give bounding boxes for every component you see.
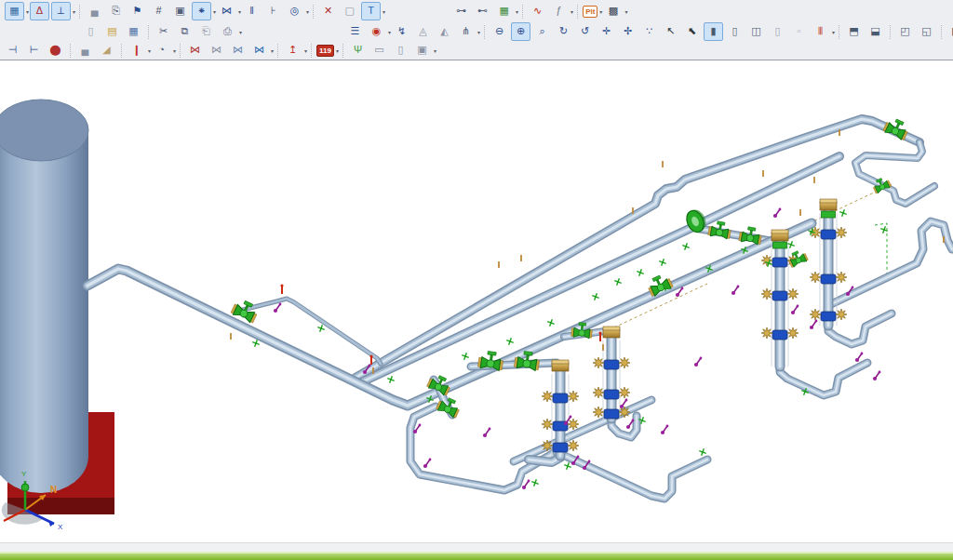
- folder-open-icon[interactable]: ▤: [102, 22, 122, 41]
- iso-view-ne-icon[interactable]: ◱: [917, 22, 936, 41]
- zoom-window-icon[interactable]: ⌕: [532, 22, 552, 41]
- input-list-icon[interactable]: ☰: [345, 22, 365, 41]
- restraint-bed-icon[interactable]: ▄: [85, 2, 104, 20]
- render-image-icon-dropdown[interactable]: ▾: [624, 8, 627, 15]
- edit-copy-icon[interactable]: ⧉: [175, 22, 195, 41]
- print-icon-dropdown[interactable]: ▾: [239, 29, 242, 35]
- anchor-node-icon[interactable]: ⟂: [51, 2, 71, 20]
- select-cursor-icon[interactable]: ↖: [661, 22, 680, 41]
- valve-blue-icon-dropdown[interactable]: ▾: [271, 47, 274, 54]
- file-new-icon[interactable]: ▯: [81, 22, 101, 41]
- display-mode-icon[interactable]: ▦: [5, 2, 24, 20]
- bolted-flange-star: [568, 419, 579, 430]
- view-solid-icon[interactable]: ▮: [704, 22, 723, 41]
- edit-cut-icon[interactable]: ✂: [154, 22, 173, 41]
- spin-view-icon[interactable]: ↺: [575, 22, 595, 41]
- valve-node-icon-dropdown[interactable]: ▾: [238, 8, 241, 15]
- print-icon[interactable]: ⎙: [218, 22, 237, 41]
- insert-weld-icon[interactable]: ✕: [318, 2, 338, 20]
- valve-blue-icon[interactable]: ⋈: [249, 41, 269, 60]
- shade-smooth-icon[interactable]: ◭: [435, 22, 454, 41]
- insert-box-icon[interactable]: ▢: [340, 2, 359, 20]
- node-star-icon[interactable]: ⁕: [192, 2, 211, 20]
- display-mode-icon-dropdown[interactable]: ▾: [26, 8, 29, 15]
- record-icon-dropdown[interactable]: ▾: [388, 29, 391, 35]
- frame-check-icon-dropdown[interactable]: ▾: [434, 47, 436, 54]
- iso-view-sw-icon[interactable]: ⬒: [844, 22, 864, 41]
- pressure-gauge-icon[interactable]: ◔: [152, 41, 171, 60]
- flow-arrow-icon[interactable]: ↥: [283, 41, 302, 60]
- flag-node-icon[interactable]: ⚑: [128, 2, 147, 20]
- valve-red-icon[interactable]: ⋈: [185, 41, 205, 60]
- node-oval-right-icon[interactable]: ⊶: [451, 2, 471, 20]
- node-oval-left-icon[interactable]: ⊷: [473, 2, 492, 20]
- shade-solid-icon[interactable]: ◬: [413, 22, 433, 41]
- tools-wrench-icon-dropdown[interactable]: ▾: [570, 8, 573, 15]
- list-report-icon-dropdown[interactable]: ▾: [516, 8, 518, 15]
- valve-node-icon[interactable]: ⋈: [217, 2, 236, 20]
- model-viewport[interactable]: NXY: [0, 61, 953, 542]
- support-bed-icon[interactable]: ▄: [75, 41, 95, 60]
- thermometer-icon-dropdown[interactable]: ▾: [148, 47, 151, 54]
- record-icon[interactable]: ◉: [367, 22, 386, 41]
- anchor-node-icon-dropdown[interactable]: ▾: [73, 8, 75, 15]
- zoom-extents-icon[interactable]: ✢: [618, 22, 638, 41]
- view-faint-icon[interactable]: ▫: [789, 22, 809, 41]
- select-box-icon[interactable]: ⬉: [682, 22, 702, 41]
- toolbar-separator: [941, 25, 942, 39]
- walkthrough-icon[interactable]: ∵: [639, 22, 659, 41]
- dynamics-pulse-icon[interactable]: ∿: [528, 2, 547, 20]
- node-increment-badge[interactable]: 119: [316, 45, 334, 57]
- render-image-icon[interactable]: ▩: [603, 2, 623, 20]
- ramp-icon[interactable]: ◢: [97, 41, 116, 60]
- iso-view-se-icon[interactable]: ⬓: [866, 22, 885, 41]
- run-analysis-icon[interactable]: ↯: [392, 22, 411, 41]
- flow-arrow-icon-dropdown[interactable]: ▾: [304, 47, 307, 54]
- vessel-body[interactable]: [0, 130, 88, 493]
- node-star-icon-dropdown[interactable]: ▾: [213, 8, 216, 15]
- iso-view-nw-icon[interactable]: ◰: [895, 22, 915, 41]
- view-wireframe-icon[interactable]: ◫: [746, 22, 766, 41]
- valve-steel-icon[interactable]: ⋈: [228, 41, 248, 60]
- distance-icon[interactable]: ⊦: [263, 2, 283, 20]
- ruler-icon[interactable]: ‖: [242, 2, 262, 20]
- insert-tee-icon-dropdown[interactable]: ▾: [383, 8, 385, 15]
- edit-paste-icon[interactable]: ⎗: [196, 22, 216, 41]
- pan-icon[interactable]: ✛: [597, 22, 616, 41]
- find-node-icon-dropdown[interactable]: ▾: [306, 8, 309, 15]
- list-report-icon[interactable]: ▦: [494, 2, 514, 20]
- color-bars-icon-dropdown[interactable]: ▾: [832, 29, 835, 35]
- frame-check-icon[interactable]: ▣: [412, 41, 432, 60]
- branch-lines-icon[interactable]: Ψ: [348, 41, 368, 60]
- display-window-icon[interactable]: ▣: [170, 2, 190, 20]
- pump-icon[interactable]: ⬤: [46, 41, 65, 60]
- color-bars-icon[interactable]: ⫴: [811, 22, 830, 41]
- hanger-clip-icon[interactable]: ⎘: [106, 2, 126, 20]
- node-out-icon[interactable]: ⊢: [24, 41, 44, 60]
- restraint-marker-green: [461, 352, 470, 361]
- node-number-icon[interactable]: #: [149, 2, 168, 20]
- frame-small-icon[interactable]: ▭: [369, 41, 389, 60]
- tools-wrench-icon[interactable]: ƒ: [549, 2, 569, 20]
- valve-gray-icon[interactable]: ⋈: [207, 41, 226, 60]
- zoom-out-icon[interactable]: ⊖: [490, 22, 509, 41]
- file-save-icon[interactable]: ▦: [124, 22, 143, 41]
- valve-riser3-b[interactable]: [739, 225, 763, 245]
- plot-badge[interactable]: Plt: [583, 6, 597, 18]
- find-node-icon[interactable]: ◎: [285, 2, 304, 20]
- zoom-in-icon[interactable]: ⊕: [511, 22, 530, 41]
- node-increment-badge-dropdown[interactable]: ▾: [336, 47, 339, 54]
- restraint-display-icon-dropdown[interactable]: ▾: [477, 29, 480, 35]
- view-hidden-icon[interactable]: ▯: [768, 22, 787, 41]
- node-delta-icon[interactable]: Δ: [30, 2, 49, 20]
- rotate-view-icon[interactable]: ↻: [554, 22, 573, 41]
- thermometer-icon[interactable]: ❙: [127, 41, 146, 60]
- pressure-gauge-icon-dropdown[interactable]: ▾: [173, 47, 176, 54]
- plan-view-icon[interactable]: ◧: [946, 22, 953, 41]
- plot-badge-dropdown[interactable]: ▾: [599, 8, 602, 15]
- view-outline-icon[interactable]: ▯: [725, 22, 745, 41]
- frame-medium-icon[interactable]: ▯: [391, 41, 410, 60]
- restraint-display-icon[interactable]: ⋔: [456, 22, 476, 41]
- insert-tee-icon[interactable]: T: [361, 2, 381, 20]
- node-in-icon[interactable]: ⊣: [3, 41, 22, 60]
